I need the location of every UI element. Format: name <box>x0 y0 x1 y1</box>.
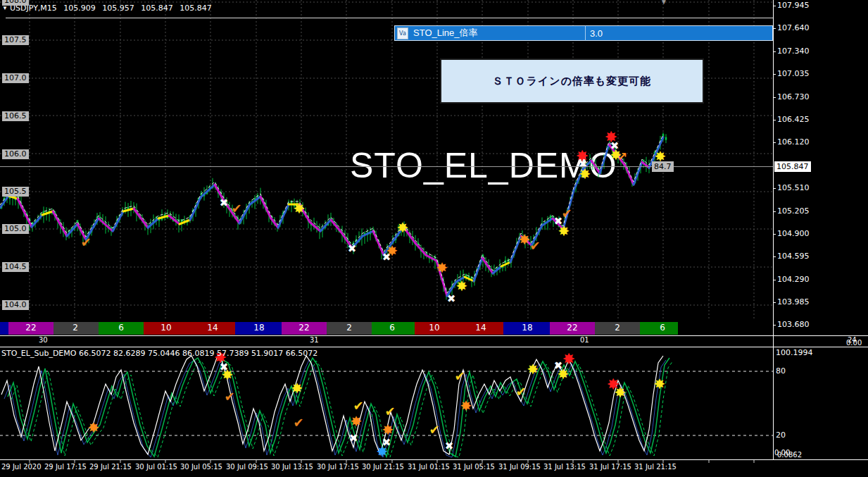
yellow-check-marker: ✔ <box>384 405 395 418</box>
orange-star-marker: ✸ <box>519 233 531 247</box>
date-label: 31 <box>310 336 319 344</box>
left-price-label: 107.0 <box>2 73 29 83</box>
price-low: 105.847 <box>141 4 173 13</box>
left-price-label: 108.0 <box>2 0 29 6</box>
price-axis-border <box>773 0 774 460</box>
chart-shift-marker[interactable]: ▼ <box>660 0 667 6</box>
white-x-marker: ✖ <box>220 362 229 373</box>
white-x-marker: ✖ <box>445 441 454 452</box>
window-separator[interactable] <box>0 459 868 460</box>
yellow-star-marker: ✸ <box>291 381 303 395</box>
sub-scale-max: 100.1994 <box>776 348 813 357</box>
white-x-marker: ✖ <box>382 252 391 263</box>
left-price-label: 106.5 <box>2 111 29 121</box>
time-label: 31 Jul 05:15 <box>453 463 495 471</box>
orange-arrow-marker: ↗ <box>617 151 627 163</box>
orange-star-marker: ✸ <box>351 414 363 428</box>
white-x-marker: ✖ <box>447 294 456 304</box>
band-hour-label: 22 <box>25 323 36 333</box>
chart-series[interactable] <box>0 0 868 477</box>
right-price-label: 104.290 <box>777 275 810 284</box>
yellow-check-marker: ✔ <box>429 423 439 436</box>
price-high: 105.957 <box>102 4 134 13</box>
time-label: 29 Jul 17:15 <box>44 463 87 471</box>
band-scale-min: 0.00 <box>846 339 862 347</box>
left-price-label: 106.0 <box>2 149 29 159</box>
white-x-marker: ✖ <box>554 216 563 227</box>
right-price-label: 107.035 <box>777 69 810 78</box>
orange-star-marker: ✸ <box>386 244 398 258</box>
left-price-label: 105.0 <box>2 224 29 234</box>
sub-level-80: 80 <box>776 366 786 376</box>
right-price-label: 104.595 <box>777 252 810 261</box>
watermark-text: STO_EL_DEMO <box>350 145 617 186</box>
blue-star-marker: ✸ <box>377 445 389 459</box>
band-segment-green <box>640 322 678 335</box>
yellow-star-marker: ✸ <box>654 377 666 391</box>
time-label: 30 Jul 01:15 <box>135 463 177 471</box>
time-label: 30 Jul 21:15 <box>362 463 404 471</box>
right-price-label: 106.425 <box>777 115 810 124</box>
indicator-param-row[interactable]: Va STO_Line_倍率 3.0 <box>394 25 773 41</box>
right-price-label: 105.510 <box>777 183 810 192</box>
left-price-label: 107.5 <box>2 35 29 45</box>
time-label: 29 Jul 2020 <box>1 463 42 471</box>
yellow-star-marker: ✸ <box>558 224 570 238</box>
yellow-star-marker: ✸ <box>558 367 570 381</box>
chart-grid <box>0 0 868 477</box>
band-segment-red <box>415 322 503 335</box>
red-star-marker: ✸ <box>607 377 619 392</box>
white-x-marker: ✖ <box>554 361 563 371</box>
sub-indicator-values: 66.5072 82.6289 75.0446 86.0819 57.7389 … <box>79 349 317 358</box>
band-hour-label: 14 <box>207 323 218 333</box>
right-price-label: 103.985 <box>777 297 810 306</box>
red-star-marker: ✸ <box>562 352 575 367</box>
time-label: 29 Jul 21:15 <box>89 463 132 471</box>
annotation-callout: ＳＴＯラインの倍率も変更可能 <box>440 58 704 104</box>
right-price-label: 106.730 <box>777 92 810 101</box>
param-value-field[interactable]: 3.0 <box>590 28 603 39</box>
time-label: 31 Jul 21:15 <box>634 463 677 471</box>
orange-star-marker: ✸ <box>382 423 394 437</box>
yellow-star-marker: ✸ <box>615 385 627 399</box>
sub-indicator-name: STO_EL_Sub_DEMO <box>1 349 76 358</box>
right-price-label: 107.340 <box>777 47 810 56</box>
white-x-marker: ✖ <box>382 438 391 448</box>
yellow-check-marker: ✔ <box>353 399 363 412</box>
price-close: 105.847 <box>180 4 212 13</box>
orange-check-marker: ✔ <box>293 416 303 429</box>
horizontal-line <box>6 18 773 18</box>
yellow-star-marker: ✸ <box>397 221 409 235</box>
yellow-star-marker: ✸ <box>527 362 539 376</box>
time-label: 31 Jul 01:15 <box>408 463 450 471</box>
orange-check-marker: ✔ <box>529 240 540 252</box>
band-hour-label: 18 <box>253 323 264 333</box>
left-price-label: 104.0 <box>2 300 29 310</box>
band-hour-label: 6 <box>389 323 395 333</box>
window-separator[interactable] <box>0 335 868 336</box>
band-hour-label: 10 <box>161 323 171 333</box>
band-hour-label: 18 <box>522 323 532 333</box>
band-hour-label: 6 <box>118 323 124 333</box>
chart-header: USDJPY,M15 105.909 105.957 105.847 105.8… <box>10 4 216 13</box>
band-hour-label: 6 <box>660 323 665 333</box>
signal-markers-layer: ✔✖✔✸✖✖✸✸✸✖✸✸✔✖✸✔✸✖✸✸✖✸↗✸✸✸✖✸✔✸✔✔✸✖✔✸✖✸✔✖… <box>0 0 868 477</box>
band-hour-label: 2 <box>615 323 620 333</box>
band-segment-red <box>144 322 235 335</box>
orange-star-marker: ✸ <box>436 261 448 275</box>
param-name: STO_Line_倍率 <box>413 27 478 39</box>
band-hour-label: 22 <box>298 323 309 333</box>
yellow-check-marker: ✔ <box>454 370 465 383</box>
white-x-marker: ✖ <box>349 433 358 444</box>
yellow-star-marker: ✸ <box>222 368 234 382</box>
white-x-marker: ✖ <box>220 198 229 209</box>
sub-scale-min: 0.0862 <box>777 451 802 459</box>
left-price-label: 105.5 <box>2 187 29 197</box>
time-label: 30 Jul 09:15 <box>226 463 268 471</box>
window-separator[interactable] <box>0 347 868 347</box>
time-label: 30 Jul 17:15 <box>317 463 359 471</box>
time-label: 31 Jul 13:15 <box>543 463 586 471</box>
right-price-label: 107.945 <box>777 1 810 10</box>
orange-star-marker: ✸ <box>88 421 100 435</box>
left-price-label: 104.5 <box>2 262 29 272</box>
